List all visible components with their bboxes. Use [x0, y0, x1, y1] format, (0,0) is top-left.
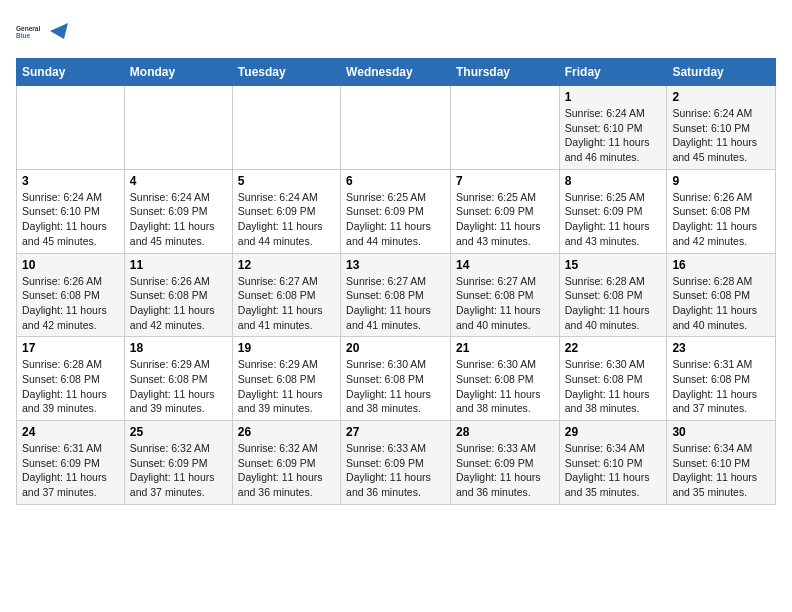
- day-number: 6: [346, 174, 445, 188]
- day-info: Sunrise: 6:24 AM Sunset: 6:10 PM Dayligh…: [22, 190, 119, 249]
- day-number: 21: [456, 341, 554, 355]
- day-number: 22: [565, 341, 662, 355]
- day-number: 5: [238, 174, 335, 188]
- day-info: Sunrise: 6:33 AM Sunset: 6:09 PM Dayligh…: [456, 441, 554, 500]
- day-number: 9: [672, 174, 770, 188]
- calendar-cell: [124, 86, 232, 170]
- day-info: Sunrise: 6:24 AM Sunset: 6:09 PM Dayligh…: [238, 190, 335, 249]
- header-saturday: Saturday: [667, 59, 776, 86]
- calendar-cell: 17Sunrise: 6:28 AM Sunset: 6:08 PM Dayli…: [17, 337, 125, 421]
- svg-text:Blue: Blue: [16, 32, 30, 39]
- day-info: Sunrise: 6:31 AM Sunset: 6:08 PM Dayligh…: [672, 357, 770, 416]
- day-info: Sunrise: 6:24 AM Sunset: 6:09 PM Dayligh…: [130, 190, 227, 249]
- day-number: 19: [238, 341, 335, 355]
- day-number: 30: [672, 425, 770, 439]
- header-monday: Monday: [124, 59, 232, 86]
- calendar-cell: 21Sunrise: 6:30 AM Sunset: 6:08 PM Dayli…: [450, 337, 559, 421]
- header-friday: Friday: [559, 59, 667, 86]
- day-info: Sunrise: 6:25 AM Sunset: 6:09 PM Dayligh…: [565, 190, 662, 249]
- day-number: 26: [238, 425, 335, 439]
- calendar-cell: 8Sunrise: 6:25 AM Sunset: 6:09 PM Daylig…: [559, 169, 667, 253]
- calendar-cell: 2Sunrise: 6:24 AM Sunset: 6:10 PM Daylig…: [667, 86, 776, 170]
- calendar-cell: 16Sunrise: 6:28 AM Sunset: 6:08 PM Dayli…: [667, 253, 776, 337]
- calendar-cell: 12Sunrise: 6:27 AM Sunset: 6:08 PM Dayli…: [232, 253, 340, 337]
- calendar-cell: 13Sunrise: 6:27 AM Sunset: 6:08 PM Dayli…: [341, 253, 451, 337]
- calendar-week-row: 17Sunrise: 6:28 AM Sunset: 6:08 PM Dayli…: [17, 337, 776, 421]
- calendar-cell: 19Sunrise: 6:29 AM Sunset: 6:08 PM Dayli…: [232, 337, 340, 421]
- day-info: Sunrise: 6:30 AM Sunset: 6:08 PM Dayligh…: [565, 357, 662, 416]
- calendar-cell: 25Sunrise: 6:32 AM Sunset: 6:09 PM Dayli…: [124, 421, 232, 505]
- svg-marker-2: [50, 23, 68, 39]
- header-sunday: Sunday: [17, 59, 125, 86]
- day-number: 1: [565, 90, 662, 104]
- day-info: Sunrise: 6:31 AM Sunset: 6:09 PM Dayligh…: [22, 441, 119, 500]
- calendar-cell: 29Sunrise: 6:34 AM Sunset: 6:10 PM Dayli…: [559, 421, 667, 505]
- calendar-cell: 27Sunrise: 6:33 AM Sunset: 6:09 PM Dayli…: [341, 421, 451, 505]
- day-info: Sunrise: 6:34 AM Sunset: 6:10 PM Dayligh…: [672, 441, 770, 500]
- calendar-cell: 22Sunrise: 6:30 AM Sunset: 6:08 PM Dayli…: [559, 337, 667, 421]
- calendar-cell: [17, 86, 125, 170]
- day-info: Sunrise: 6:34 AM Sunset: 6:10 PM Dayligh…: [565, 441, 662, 500]
- day-number: 7: [456, 174, 554, 188]
- day-number: 25: [130, 425, 227, 439]
- calendar-cell: 24Sunrise: 6:31 AM Sunset: 6:09 PM Dayli…: [17, 421, 125, 505]
- calendar-cell: 3Sunrise: 6:24 AM Sunset: 6:10 PM Daylig…: [17, 169, 125, 253]
- calendar-week-row: 10Sunrise: 6:26 AM Sunset: 6:08 PM Dayli…: [17, 253, 776, 337]
- day-number: 2: [672, 90, 770, 104]
- logo-svg: General Blue: [16, 16, 46, 46]
- day-info: Sunrise: 6:32 AM Sunset: 6:09 PM Dayligh…: [238, 441, 335, 500]
- day-number: 8: [565, 174, 662, 188]
- calendar-cell: 15Sunrise: 6:28 AM Sunset: 6:08 PM Dayli…: [559, 253, 667, 337]
- header-thursday: Thursday: [450, 59, 559, 86]
- day-number: 14: [456, 258, 554, 272]
- calendar-cell: 7Sunrise: 6:25 AM Sunset: 6:09 PM Daylig…: [450, 169, 559, 253]
- day-info: Sunrise: 6:29 AM Sunset: 6:08 PM Dayligh…: [130, 357, 227, 416]
- day-number: 4: [130, 174, 227, 188]
- calendar-header-row: SundayMondayTuesdayWednesdayThursdayFrid…: [17, 59, 776, 86]
- header-tuesday: Tuesday: [232, 59, 340, 86]
- calendar-week-row: 24Sunrise: 6:31 AM Sunset: 6:09 PM Dayli…: [17, 421, 776, 505]
- calendar-week-row: 3Sunrise: 6:24 AM Sunset: 6:10 PM Daylig…: [17, 169, 776, 253]
- day-number: 13: [346, 258, 445, 272]
- day-info: Sunrise: 6:28 AM Sunset: 6:08 PM Dayligh…: [22, 357, 119, 416]
- day-number: 12: [238, 258, 335, 272]
- day-number: 10: [22, 258, 119, 272]
- calendar-cell: 1Sunrise: 6:24 AM Sunset: 6:10 PM Daylig…: [559, 86, 667, 170]
- day-number: 16: [672, 258, 770, 272]
- day-number: 11: [130, 258, 227, 272]
- page-header: General Blue: [16, 16, 776, 46]
- day-info: Sunrise: 6:30 AM Sunset: 6:08 PM Dayligh…: [456, 357, 554, 416]
- day-info: Sunrise: 6:26 AM Sunset: 6:08 PM Dayligh…: [22, 274, 119, 333]
- day-number: 3: [22, 174, 119, 188]
- day-number: 17: [22, 341, 119, 355]
- day-number: 23: [672, 341, 770, 355]
- day-number: 29: [565, 425, 662, 439]
- logo: General Blue: [16, 16, 70, 46]
- calendar-cell: 23Sunrise: 6:31 AM Sunset: 6:08 PM Dayli…: [667, 337, 776, 421]
- calendar-week-row: 1Sunrise: 6:24 AM Sunset: 6:10 PM Daylig…: [17, 86, 776, 170]
- day-info: Sunrise: 6:27 AM Sunset: 6:08 PM Dayligh…: [238, 274, 335, 333]
- calendar-cell: 4Sunrise: 6:24 AM Sunset: 6:09 PM Daylig…: [124, 169, 232, 253]
- day-info: Sunrise: 6:28 AM Sunset: 6:08 PM Dayligh…: [672, 274, 770, 333]
- logo-wing-icon: [50, 21, 70, 41]
- day-info: Sunrise: 6:27 AM Sunset: 6:08 PM Dayligh…: [346, 274, 445, 333]
- calendar-cell: 26Sunrise: 6:32 AM Sunset: 6:09 PM Dayli…: [232, 421, 340, 505]
- calendar-cell: 6Sunrise: 6:25 AM Sunset: 6:09 PM Daylig…: [341, 169, 451, 253]
- calendar-cell: 20Sunrise: 6:30 AM Sunset: 6:08 PM Dayli…: [341, 337, 451, 421]
- day-info: Sunrise: 6:24 AM Sunset: 6:10 PM Dayligh…: [672, 106, 770, 165]
- day-info: Sunrise: 6:27 AM Sunset: 6:08 PM Dayligh…: [456, 274, 554, 333]
- day-number: 28: [456, 425, 554, 439]
- day-info: Sunrise: 6:33 AM Sunset: 6:09 PM Dayligh…: [346, 441, 445, 500]
- calendar-cell: 10Sunrise: 6:26 AM Sunset: 6:08 PM Dayli…: [17, 253, 125, 337]
- day-number: 27: [346, 425, 445, 439]
- day-number: 18: [130, 341, 227, 355]
- calendar-cell: 14Sunrise: 6:27 AM Sunset: 6:08 PM Dayli…: [450, 253, 559, 337]
- calendar-cell: [341, 86, 451, 170]
- day-number: 15: [565, 258, 662, 272]
- day-info: Sunrise: 6:26 AM Sunset: 6:08 PM Dayligh…: [130, 274, 227, 333]
- calendar-cell: [232, 86, 340, 170]
- day-info: Sunrise: 6:25 AM Sunset: 6:09 PM Dayligh…: [456, 190, 554, 249]
- calendar-cell: 18Sunrise: 6:29 AM Sunset: 6:08 PM Dayli…: [124, 337, 232, 421]
- svg-text:General: General: [16, 25, 40, 32]
- header-wednesday: Wednesday: [341, 59, 451, 86]
